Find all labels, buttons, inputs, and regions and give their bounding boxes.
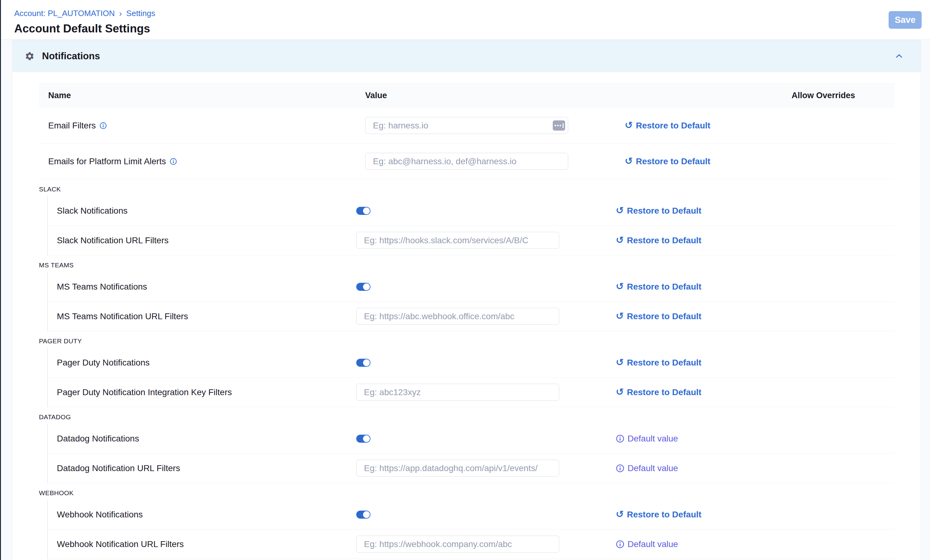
setting-value-cell xyxy=(356,535,616,552)
setting-value-cell xyxy=(356,384,616,401)
default-value-link[interactable]: Default value xyxy=(616,539,678,549)
chevron-up-icon[interactable] xyxy=(894,51,904,61)
restore-icon: ↺ xyxy=(616,357,624,368)
info-icon[interactable] xyxy=(169,158,177,165)
value-type-selector-icon[interactable] xyxy=(553,120,565,130)
setting-label: Datadog Notifications xyxy=(57,434,139,443)
setting-value-cell xyxy=(365,153,625,170)
restore-to-default-link[interactable]: ↺ Restore to Default xyxy=(625,120,710,131)
datadog-notifications-toggle[interactable] xyxy=(356,435,371,443)
setting-name-cell: Datadog Notification URL Filters xyxy=(48,463,356,473)
settings-row: Webhook Notifications ↺ Restore to Defau… xyxy=(48,500,894,529)
restore-to-default-link[interactable]: ↺ Restore to Default xyxy=(616,387,701,397)
setting-label: Webhook Notifications xyxy=(57,510,143,520)
pager-duty-notifications-toggle[interactable] xyxy=(356,359,371,367)
restore-to-default-link[interactable]: ↺ Restore to Default xyxy=(616,206,701,216)
setting-label: MS Teams Notifications xyxy=(57,282,147,292)
emails-for-platform-limit-alerts-input[interactable] xyxy=(365,153,568,170)
text-input-wrapper xyxy=(356,460,559,477)
info-icon[interactable] xyxy=(100,122,107,129)
setting-action-cell: Default value xyxy=(616,539,783,549)
webhook-notification-url-filters-input[interactable] xyxy=(356,535,559,552)
group-rows: Slack Notifications ↺ Restore to Default… xyxy=(47,196,894,255)
restore-to-default-link[interactable]: ↺ Restore to Default xyxy=(616,357,701,368)
info-icon[interactable] xyxy=(616,540,624,549)
settings-table: Name Value Allow Overrides Email Filters… xyxy=(39,83,894,559)
restore-icon: ↺ xyxy=(616,282,624,292)
datadog-notification-url-filters-input[interactable] xyxy=(356,460,559,477)
settings-group: MS TEAMS MS Teams Notifications ↺ Restor… xyxy=(39,255,894,331)
notifications-section-header[interactable]: Notifications xyxy=(12,40,921,72)
info-icon[interactable] xyxy=(616,434,624,443)
toggle-knob xyxy=(363,359,370,366)
setting-action-cell: ↺ Restore to Default xyxy=(625,156,791,167)
setting-value-cell xyxy=(356,460,616,477)
table-header-row: Name Value Allow Overrides xyxy=(39,83,894,108)
setting-value-cell xyxy=(356,359,616,367)
settings-row: Webhook Notification URL Filters Default… xyxy=(48,529,894,559)
setting-name-cell: Emails for Platform Limit Alerts xyxy=(39,156,365,166)
breadcrumb-settings-link[interactable]: Settings xyxy=(126,9,156,18)
group-rows: MS Teams Notifications ↺ Restore to Defa… xyxy=(47,272,894,331)
section-title: Notifications xyxy=(42,51,100,62)
slack-notification-url-filters-input[interactable] xyxy=(356,232,559,249)
setting-name-cell: Slack Notifications xyxy=(48,206,356,216)
setting-name-cell: Pager Duty Notifications xyxy=(48,358,356,368)
group-rows: Datadog Notifications Default value Data… xyxy=(47,424,894,483)
text-input-wrapper xyxy=(365,117,568,134)
slack-notifications-toggle[interactable] xyxy=(356,207,371,215)
settings-row: Email Filters ↺ Restore to Default xyxy=(39,108,894,144)
settings-group: WEBHOOK Webhook Notifications ↺ Restore … xyxy=(39,483,894,559)
info-icon[interactable] xyxy=(616,464,624,473)
restore-to-default-link[interactable]: ↺ Restore to Default xyxy=(616,282,701,292)
page-title: Account Default Settings xyxy=(14,22,930,35)
ms-teams-notifications-toggle[interactable] xyxy=(356,283,371,291)
default-value-link[interactable]: Default value xyxy=(616,434,678,443)
save-button[interactable]: Save xyxy=(888,11,922,29)
settings-row: Emails for Platform Limit Alerts ↺ Resto… xyxy=(39,144,894,180)
text-input-wrapper xyxy=(356,384,559,401)
settings-rows: Email Filters ↺ Restore to Default Email… xyxy=(39,108,894,559)
setting-name-cell: Webhook Notifications xyxy=(48,510,356,520)
settings-row: Pager Duty Notification Integration Key … xyxy=(48,377,894,407)
action-label: Restore to Default xyxy=(627,311,701,321)
setting-label: Webhook Notification URL Filters xyxy=(57,539,184,549)
restore-to-default-link[interactable]: ↺ Restore to Default xyxy=(616,311,701,322)
setting-action-cell: Default value xyxy=(616,434,783,443)
setting-action-cell: ↺ Restore to Default xyxy=(616,235,783,246)
setting-name-cell: MS Teams Notification URL Filters xyxy=(48,311,356,321)
setting-action-cell: ↺ Restore to Default xyxy=(616,387,783,397)
setting-value-cell xyxy=(356,283,616,291)
breadcrumb-account-link[interactable]: Account: PL_AUTOMATION xyxy=(14,9,115,18)
pager-duty-notification-integration-key-filters-input[interactable] xyxy=(356,384,559,401)
text-input-wrapper xyxy=(356,308,559,325)
toggle-knob xyxy=(363,284,370,290)
setting-label: Pager Duty Notifications xyxy=(57,358,149,368)
toggle-knob xyxy=(363,511,370,518)
action-label: Default value xyxy=(628,539,678,549)
webhook-notifications-toggle[interactable] xyxy=(356,511,371,519)
restore-to-default-link[interactable]: ↺ Restore to Default xyxy=(616,235,701,246)
settings-row: MS Teams Notification URL Filters ↺ Rest… xyxy=(48,302,894,331)
setting-label: Pager Duty Notification Integration Key … xyxy=(57,387,232,397)
default-value-link[interactable]: Default value xyxy=(616,463,678,473)
restore-to-default-link[interactable]: ↺ Restore to Default xyxy=(625,156,710,167)
text-input-wrapper xyxy=(356,232,559,249)
group-label-ms-teams: MS TEAMS xyxy=(39,255,894,272)
action-label: Default value xyxy=(628,463,678,473)
email-filters-input[interactable] xyxy=(365,117,568,134)
group-label-slack: SLACK xyxy=(39,180,894,196)
group-label-pager-duty: PAGER DUTY xyxy=(39,331,894,348)
ms-teams-notification-url-filters-input[interactable] xyxy=(356,308,559,325)
action-label: Restore to Default xyxy=(627,510,701,520)
setting-value-cell xyxy=(356,207,616,215)
restore-icon: ↺ xyxy=(616,235,624,246)
restore-icon: ↺ xyxy=(616,387,624,397)
settings-row: Slack Notification URL Filters ↺ Restore… xyxy=(48,226,894,255)
setting-action-cell: ↺ Restore to Default xyxy=(625,120,791,131)
setting-action-cell: ↺ Restore to Default xyxy=(616,282,783,292)
setting-label: Emails for Platform Limit Alerts xyxy=(48,156,166,166)
setting-label: Slack Notifications xyxy=(57,206,128,216)
restore-to-default-link[interactable]: ↺ Restore to Default xyxy=(616,509,701,520)
restore-icon: ↺ xyxy=(625,120,633,131)
